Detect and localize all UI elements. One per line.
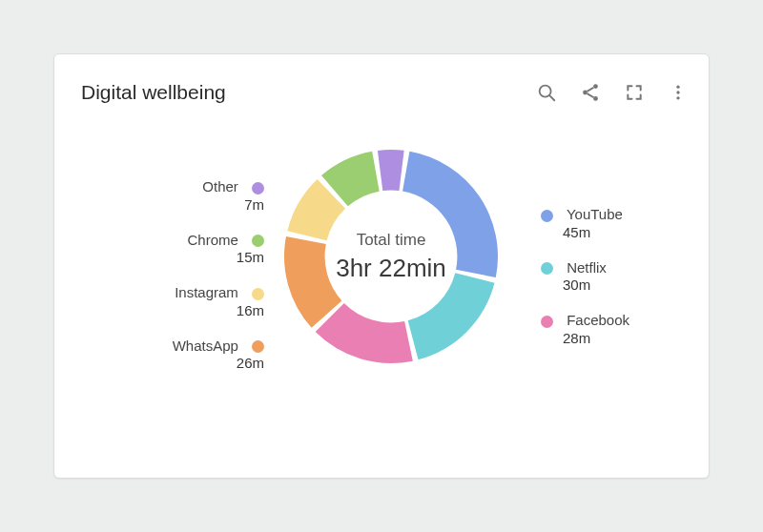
- legend-label: Chrome: [187, 232, 237, 248]
- donut-segment-facebook: [316, 303, 413, 363]
- legend-item-facebook: Facebook 28m: [541, 312, 693, 348]
- svg-point-2: [593, 84, 598, 89]
- legend-value: 7m: [244, 196, 264, 213]
- legend-swatch: [252, 235, 264, 247]
- donut-segment-netflix: [408, 273, 495, 359]
- donut-chart: Total time 3hr 22min: [280, 146, 502, 367]
- legend-label: Other: [202, 178, 238, 194]
- legend-label: WhatsApp: [173, 338, 238, 354]
- legend-swatch: [252, 182, 264, 194]
- legend-value: 45m: [563, 224, 590, 240]
- legend-value: 16m: [237, 302, 264, 318]
- donut-segment-whatsapp: [284, 236, 341, 328]
- legend-item-whatsapp: WhatsApp 26m: [131, 338, 264, 374]
- legend-swatch: [252, 340, 264, 353]
- legend-swatch: [541, 262, 553, 275]
- legend-label: Netflix: [567, 259, 607, 276]
- legend-value: 30m: [563, 276, 590, 293]
- svg-point-9: [676, 96, 679, 99]
- legend-value: 26m: [237, 355, 264, 371]
- svg-line-1: [549, 95, 554, 100]
- donut-segment-other: [378, 150, 404, 191]
- fullscreen-icon[interactable]: [623, 81, 646, 104]
- more-icon[interactable]: [667, 81, 690, 104]
- wellbeing-card: Digital wellbeing Other 7m Chrome 1: [53, 53, 710, 479]
- legend-label: Instagram: [175, 284, 238, 300]
- svg-point-4: [593, 96, 598, 101]
- legend-item-chrome: Chrome 15m: [131, 232, 264, 268]
- share-icon[interactable]: [579, 81, 602, 104]
- legend-right: YouTube 45m Netflix 30m Facebook 28m: [541, 206, 693, 365]
- svg-point-8: [676, 91, 679, 93]
- legend-swatch: [541, 210, 553, 222]
- legend-label: YouTube: [567, 206, 623, 222]
- legend-value: 28m: [563, 330, 590, 346]
- chart-center: Total time 3hr 22min: [336, 231, 446, 283]
- svg-point-7: [676, 86, 679, 89]
- chart-center-value: 3hr 22min: [336, 254, 446, 283]
- legend-item-netflix: Netflix 30m: [541, 259, 693, 296]
- legend-swatch: [541, 316, 553, 328]
- search-icon[interactable]: [535, 81, 558, 104]
- legend-swatch: [252, 288, 264, 300]
- legend-left: Other 7m Chrome 15m Instagram 16m WhatsA…: [131, 178, 264, 390]
- legend-value: 15m: [237, 249, 264, 265]
- legend-label: Facebook: [567, 312, 629, 328]
- legend-item-instagram: Instagram 16m: [131, 284, 264, 320]
- card-header: Digital wellbeing: [81, 81, 690, 104]
- chart-center-label: Total time: [336, 231, 446, 250]
- svg-line-5: [588, 88, 594, 92]
- page-title: Digital wellbeing: [81, 81, 226, 104]
- svg-point-3: [583, 91, 588, 95]
- card-toolbar: [535, 81, 690, 104]
- svg-line-6: [588, 93, 594, 97]
- legend-item-other: Other 7m: [131, 178, 264, 215]
- legend-item-youtube: YouTube 45m: [541, 206, 693, 242]
